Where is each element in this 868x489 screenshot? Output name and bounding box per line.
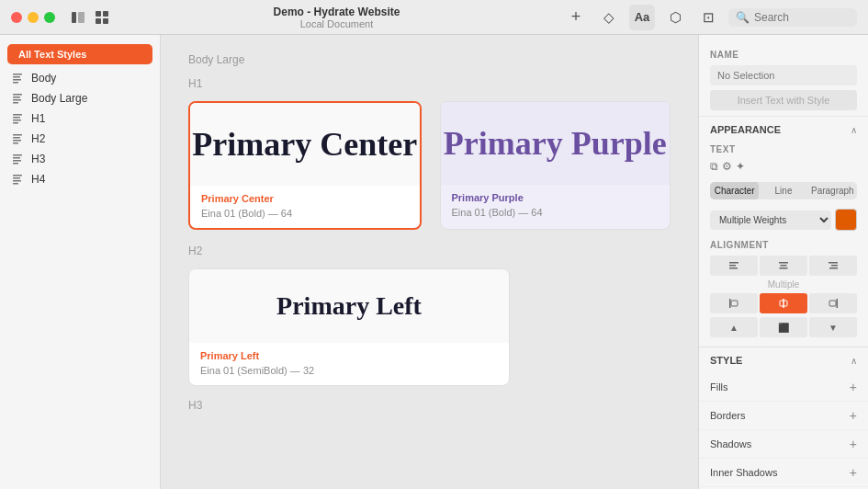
card-label: Primary Left (189, 343, 509, 365)
sidebar-item-body[interactable]: Body (0, 68, 160, 88)
add-inner-shadow-button[interactable]: + (850, 465, 857, 480)
tab-character[interactable]: Character (710, 182, 759, 199)
alignment-label: Alignment (710, 240, 857, 250)
borders-row[interactable]: Borders + (699, 402, 868, 430)
inner-shadows-row[interactable]: Inner Shadows + (699, 459, 868, 487)
preview-text: Primary Left (276, 291, 422, 321)
svg-rect-32 (729, 267, 738, 269)
text-align-row (710, 293, 857, 313)
toolbar-right: + ◇ Aa ⬡ ⊡ 🔍 (563, 5, 857, 30)
shadows-row[interactable]: Shadows + (699, 430, 868, 459)
minimize-button[interactable] (28, 12, 39, 23)
add-shadow-button[interactable]: + (850, 437, 857, 451)
sidebar-header[interactable]: All Text Styles (7, 44, 152, 64)
distribute-middle-button[interactable]: ⬛ (760, 317, 807, 337)
tab-line[interactable]: Line (759, 182, 807, 199)
svg-rect-6 (13, 74, 22, 75)
svg-rect-16 (13, 119, 21, 121)
distribute-row: ▲ ⬛ ▼ (710, 317, 857, 337)
svg-rect-33 (779, 262, 788, 264)
text-align-right-button[interactable] (809, 293, 857, 313)
appearance-label: APPEARANCE (710, 124, 781, 135)
svg-rect-12 (13, 99, 21, 101)
alignment-section: Alignment Multiple (699, 234, 868, 347)
text-icon (11, 72, 24, 85)
svg-rect-14 (13, 114, 22, 116)
titlebar: Demo - Hydrate Website Local Document + … (0, 0, 868, 35)
svg-rect-4 (96, 18, 101, 24)
svg-rect-19 (13, 137, 20, 139)
card-label: Primary Purple (441, 185, 671, 207)
svg-rect-10 (13, 94, 22, 96)
horizontal-align-row (710, 256, 857, 276)
h1-cards-row: Primary Center Primary Center Eina 01 (B… (188, 101, 671, 230)
weight-select[interactable]: Multiple Weights (710, 210, 831, 230)
sidebar-item-label: H1 (31, 112, 45, 125)
svg-rect-39 (729, 299, 731, 308)
diamond-button[interactable]: ◇ (596, 5, 622, 30)
style-card-primary-purple[interactable]: Primary Purple Primary Purple Eina 01 (B… (440, 101, 671, 230)
svg-rect-43 (837, 299, 839, 308)
style-section-header[interactable]: STYLE ∧ (699, 347, 868, 373)
svg-rect-22 (13, 154, 22, 156)
insert-text-button[interactable]: Insert Text with Style (710, 90, 857, 110)
style-card-primary-left[interactable]: Primary Left Primary Left Eina 01 (SemiB… (188, 268, 510, 386)
paint-button[interactable]: ⬡ (662, 5, 688, 30)
add-border-button[interactable]: + (850, 408, 857, 423)
card-meta: Eina 01 (Bold) — 64 (441, 207, 671, 227)
preview-text: Primary Center (192, 125, 417, 164)
distribute-top-button[interactable]: ▲ (710, 317, 758, 337)
section-h3-label: H3 (188, 399, 671, 412)
appearance-section-header[interactable]: APPEARANCE ∧ (699, 117, 868, 142)
section-h2-label: H2 (188, 244, 671, 257)
sidebar-item-label: H4 (31, 173, 45, 186)
svg-rect-17 (13, 122, 18, 124)
svg-rect-36 (829, 262, 838, 264)
svg-rect-7 (13, 76, 20, 78)
distribute-bottom-button[interactable]: ▼ (809, 317, 857, 337)
svg-rect-27 (13, 177, 20, 179)
add-button[interactable]: + (563, 5, 589, 30)
panel-toggle-icon[interactable] (70, 9, 86, 26)
share-button[interactable]: ⊡ (695, 5, 721, 30)
svg-rect-25 (13, 163, 18, 165)
sidebar-item-h3[interactable]: H3 (0, 149, 160, 169)
color-swatch[interactable] (835, 209, 857, 231)
sidebar: All Text Styles Body Body Large H1 H2 (0, 35, 161, 489)
settings-icon[interactable]: ⚙ (722, 160, 732, 173)
grid-icon[interactable] (94, 9, 110, 26)
style-card-primary-center[interactable]: Primary Center Primary Center Eina 01 (B… (188, 101, 422, 230)
svg-rect-44 (829, 301, 836, 306)
font-button[interactable]: Aa (629, 5, 655, 30)
align-right-button[interactable] (809, 256, 857, 276)
svg-rect-37 (831, 265, 838, 267)
letter-icon: ✦ (736, 160, 745, 173)
maximize-button[interactable] (44, 12, 55, 23)
sidebar-item-h4[interactable]: H4 (0, 169, 160, 189)
svg-rect-29 (13, 183, 18, 185)
fills-row[interactable]: Fills + (699, 373, 868, 402)
borders-label: Borders (710, 410, 746, 421)
name-input[interactable] (710, 65, 857, 85)
add-fill-button[interactable]: + (850, 380, 857, 394)
tab-paragraph[interactable]: Paragraph (808, 182, 857, 199)
right-panel: NAME Insert Text with Style APPEARANCE ∧… (698, 35, 868, 489)
text-align-center-button[interactable] (760, 293, 807, 313)
card-label: Primary Center (190, 186, 420, 208)
sidebar-item-label: Body (31, 72, 56, 85)
sidebar-item-h1[interactable]: H1 (0, 108, 160, 129)
search-box: 🔍 (728, 8, 857, 27)
svg-rect-2 (96, 11, 101, 17)
close-button[interactable] (11, 12, 22, 23)
svg-rect-8 (13, 79, 21, 81)
align-center-button[interactable] (760, 256, 807, 276)
align-left-button[interactable] (710, 256, 758, 276)
section-h1-label: H1 (188, 77, 671, 90)
sidebar-item-h2[interactable]: H2 (0, 129, 160, 149)
chevron-down-icon: ∧ (851, 356, 857, 366)
canvas: Body Large H1 Primary Center Primary Cen… (161, 35, 698, 489)
sidebar-item-body-large[interactable]: Body Large (0, 88, 160, 108)
style-label: STYLE (710, 355, 742, 366)
search-input[interactable] (754, 11, 850, 24)
text-align-left-button[interactable] (710, 293, 758, 313)
